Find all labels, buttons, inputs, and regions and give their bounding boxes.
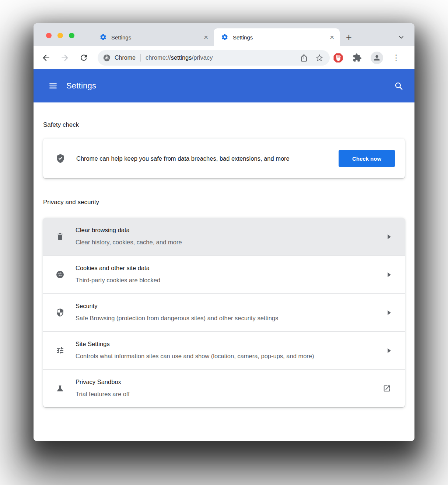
row-subtitle: Clear history, cookies, cache, and more: [76, 237, 182, 248]
settings-gear-favicon-icon: [221, 34, 228, 41]
window-controls: [46, 33, 74, 38]
settings-content: Safety check Chrome can help keep you sa…: [34, 102, 414, 441]
security-shield-icon: [56, 308, 64, 317]
tab-settings-background[interactable]: Settings ×: [92, 28, 214, 46]
reload-icon: [79, 53, 88, 62]
star-icon: [315, 53, 324, 62]
close-tab-icon[interactable]: ×: [328, 33, 336, 41]
tab-label: Settings: [111, 34, 202, 41]
tab-label: Settings: [233, 34, 328, 41]
tab-strip: Settings × Settings × +: [34, 23, 414, 46]
privacy-settings-card: Clear browsing data Clear history, cooki…: [43, 218, 405, 407]
browser-menu-button[interactable]: ⋮: [392, 54, 400, 62]
tab-search-button[interactable]: [398, 34, 405, 41]
row-security[interactable]: Security Safe Browsing (protection from …: [43, 293, 405, 331]
row-subtitle: Trial features are off: [76, 388, 130, 399]
adblock-extension-button[interactable]: [333, 52, 344, 63]
plus-icon: +: [346, 32, 352, 43]
flask-icon: [56, 384, 64, 393]
browser-toolbar: Chrome chrome://settings/privacy: [34, 46, 414, 69]
forward-button[interactable]: [59, 52, 70, 63]
row-subtitle: Third-party cookies are blocked: [76, 275, 160, 286]
row-title: Privacy Sandbox: [76, 377, 130, 386]
shield-check-icon: [56, 154, 65, 163]
row-title: Clear browsing data: [76, 226, 182, 234]
section-title-privacy: Privacy and security: [43, 178, 405, 206]
tabs-row: Settings × Settings × +: [92, 28, 414, 46]
chevron-down-icon: [398, 34, 405, 41]
check-now-button[interactable]: Check now: [339, 150, 395, 167]
site-label: Chrome: [115, 55, 136, 61]
tune-icon: [56, 346, 64, 355]
new-tab-button[interactable]: +: [340, 28, 358, 46]
section-title-safety-check: Safety check: [43, 102, 405, 129]
external-link-icon: [383, 384, 391, 392]
omnibox-separator: [140, 54, 141, 62]
row-site-settings[interactable]: Site Settings Controls what information …: [43, 331, 405, 369]
row-subtitle: Safe Browsing (protection from dangerous…: [76, 313, 278, 324]
settings-search-button[interactable]: [394, 81, 403, 91]
row-title: Security: [76, 301, 278, 310]
arrow-back-icon: [41, 53, 51, 63]
chevron-right-icon: [388, 310, 391, 315]
bookmark-button[interactable]: [315, 53, 324, 62]
back-button[interactable]: [41, 52, 52, 63]
row-privacy-sandbox[interactable]: Privacy Sandbox Trial features are off: [43, 369, 405, 407]
adblock-hand-icon: [333, 52, 344, 63]
tab-settings-active[interactable]: Settings ×: [214, 28, 340, 46]
reload-button[interactable]: [78, 52, 89, 63]
zoom-window-button[interactable]: [69, 33, 74, 38]
share-icon: [300, 53, 308, 62]
row-title: Site Settings: [76, 339, 314, 348]
arrow-forward-icon: [60, 53, 70, 63]
settings-gear-favicon-icon: [99, 34, 107, 41]
chrome-logo-icon: [103, 54, 111, 62]
chevron-right-icon: [388, 234, 391, 239]
profile-button[interactable]: [371, 52, 383, 64]
minimize-window-button[interactable]: [57, 33, 63, 38]
trash-icon: [56, 232, 64, 241]
page-title: Settings: [66, 81, 96, 91]
close-window-button[interactable]: [46, 33, 52, 38]
chevron-right-icon: [388, 348, 391, 353]
chevron-right-icon: [388, 272, 391, 277]
row-clear-browsing-data[interactable]: Clear browsing data Clear history, cooki…: [43, 218, 405, 255]
close-tab-icon[interactable]: ×: [202, 33, 210, 41]
url-text: chrome://settings/privacy: [146, 54, 213, 61]
safety-check-card: Chrome can help keep you safe from data …: [43, 139, 405, 178]
puzzle-piece-icon: [353, 53, 362, 62]
row-title: Cookies and other site data: [76, 264, 160, 272]
row-subtitle: Controls what information sites can use …: [76, 350, 314, 362]
hamburger-menu-icon: [49, 81, 57, 90]
address-bar[interactable]: Chrome chrome://settings/privacy: [98, 50, 330, 66]
settings-header: Settings: [34, 69, 414, 102]
browser-window: Settings × Settings × +: [34, 23, 414, 441]
row-cookies[interactable]: Cookies and other site data Third-party …: [43, 255, 405, 293]
extensions-button[interactable]: [353, 53, 362, 62]
toolbar-right-cluster: ⋮: [333, 52, 400, 64]
share-button[interactable]: [300, 53, 308, 62]
safety-check-description: Chrome can help keep you safe from data …: [76, 153, 290, 164]
main-menu-button[interactable]: [49, 81, 57, 90]
search-icon: [394, 81, 403, 91]
cookie-icon: [56, 270, 64, 279]
person-icon: [373, 54, 381, 62]
